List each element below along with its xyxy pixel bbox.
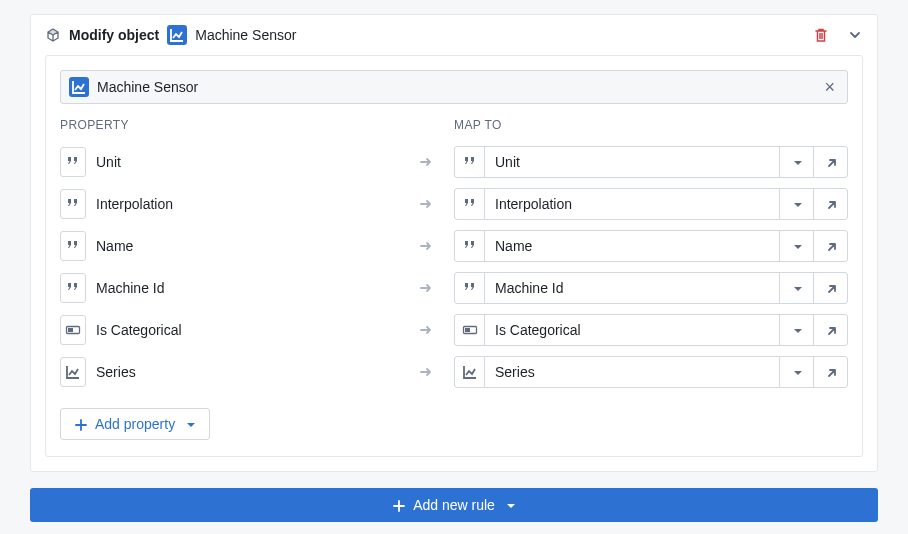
string-type-icon <box>60 231 86 261</box>
string-type-icon <box>455 189 485 219</box>
arrow-right-icon <box>398 196 454 212</box>
add-property-label: Add property <box>95 416 175 432</box>
map-to-row: Interpolation <box>454 188 848 220</box>
property-label: Machine Id <box>96 280 398 296</box>
open-link-button[interactable] <box>813 231 847 261</box>
arrow-right-icon <box>398 238 454 254</box>
map-to-cell: Machine Id <box>454 272 848 304</box>
map-to-column: MAP TO UnitInterpolationNameMachine IdIs… <box>454 118 848 398</box>
action-title: Modify object <box>69 27 159 43</box>
add-new-rule-label: Add new rule <box>413 497 495 513</box>
caret-down-icon <box>183 417 197 431</box>
string-type-icon <box>455 273 485 303</box>
delete-button[interactable] <box>813 27 829 43</box>
object-selector[interactable]: Machine Sensor × <box>60 70 848 104</box>
open-link-button[interactable] <box>813 357 847 387</box>
chart-icon <box>167 25 187 45</box>
map-to-row: Unit <box>454 146 848 178</box>
arrow-right-icon <box>398 322 454 338</box>
plus-icon <box>73 417 87 431</box>
boolean-type-icon <box>455 315 485 345</box>
caret-down-icon <box>503 498 517 512</box>
string-type-icon <box>455 147 485 177</box>
property-row: Unit <box>60 146 454 178</box>
chart-icon <box>69 77 89 97</box>
map-to-cell: Interpolation <box>454 188 848 220</box>
card-title-group: Modify object Machine Sensor <box>45 25 805 45</box>
property-row: Machine Id <box>60 272 454 304</box>
map-to-cell: Unit <box>454 146 848 178</box>
map-to-row: Name <box>454 230 848 262</box>
open-link-button[interactable] <box>813 315 847 345</box>
string-type-icon <box>60 189 86 219</box>
open-link-button[interactable] <box>813 273 847 303</box>
map-to-label[interactable]: Name <box>485 231 779 261</box>
open-link-button[interactable] <box>813 147 847 177</box>
clear-object-button[interactable]: × <box>820 78 839 96</box>
property-label: Name <box>96 238 398 254</box>
string-type-icon <box>60 273 86 303</box>
property-row: Name <box>60 230 454 262</box>
map-to-dropdown-button[interactable] <box>779 273 813 303</box>
property-label: Is Categorical <box>96 322 398 338</box>
map-to-dropdown-button[interactable] <box>779 231 813 261</box>
map-to-dropdown-button[interactable] <box>779 189 813 219</box>
mapping-columns: PROPERTY UnitInterpolationNameMachine Id… <box>60 118 848 398</box>
modify-object-card: Modify object Machine Sensor <box>30 14 878 472</box>
map-to-label[interactable]: Machine Id <box>485 273 779 303</box>
boolean-type-icon <box>60 315 86 345</box>
map-to-row: Machine Id <box>454 272 848 304</box>
card-body: Machine Sensor × PROPERTY UnitInterpolat… <box>45 55 863 457</box>
map-to-dropdown-button[interactable] <box>779 357 813 387</box>
property-label: Interpolation <box>96 196 398 212</box>
arrow-right-icon <box>398 154 454 170</box>
map-to-cell: Name <box>454 230 848 262</box>
string-type-icon <box>60 147 86 177</box>
add-property-button[interactable]: Add property <box>60 408 210 440</box>
property-column-header: PROPERTY <box>60 118 454 132</box>
string-type-icon <box>455 231 485 261</box>
arrow-right-icon <box>398 364 454 380</box>
map-to-label[interactable]: Is Categorical <box>485 315 779 345</box>
collapse-toggle[interactable] <box>847 27 863 43</box>
property-row: Series <box>60 356 454 388</box>
map-to-row: Is Categorical <box>454 314 848 346</box>
property-column: PROPERTY UnitInterpolationNameMachine Id… <box>60 118 454 398</box>
property-row: Interpolation <box>60 188 454 220</box>
plus-icon <box>391 498 405 512</box>
map-to-dropdown-button[interactable] <box>779 315 813 345</box>
map-to-row: Series <box>454 356 848 388</box>
map-to-cell: Is Categorical <box>454 314 848 346</box>
map-to-label[interactable]: Interpolation <box>485 189 779 219</box>
map-to-dropdown-button[interactable] <box>779 147 813 177</box>
map-to-label[interactable]: Unit <box>485 147 779 177</box>
cube-icon <box>45 27 61 43</box>
add-new-rule-button[interactable]: Add new rule <box>30 488 878 522</box>
map-to-label[interactable]: Series <box>485 357 779 387</box>
property-row: Is Categorical <box>60 314 454 346</box>
arrow-right-icon <box>398 280 454 296</box>
property-label: Unit <box>96 154 398 170</box>
map-to-cell: Series <box>454 356 848 388</box>
object-name: Machine Sensor <box>195 27 296 43</box>
property-label: Series <box>96 364 398 380</box>
card-header: Modify object Machine Sensor <box>31 15 877 55</box>
chart-type-icon <box>455 357 485 387</box>
chart-type-icon <box>60 357 86 387</box>
open-link-button[interactable] <box>813 189 847 219</box>
map-to-column-header: MAP TO <box>454 118 848 132</box>
object-selector-label: Machine Sensor <box>97 79 812 95</box>
